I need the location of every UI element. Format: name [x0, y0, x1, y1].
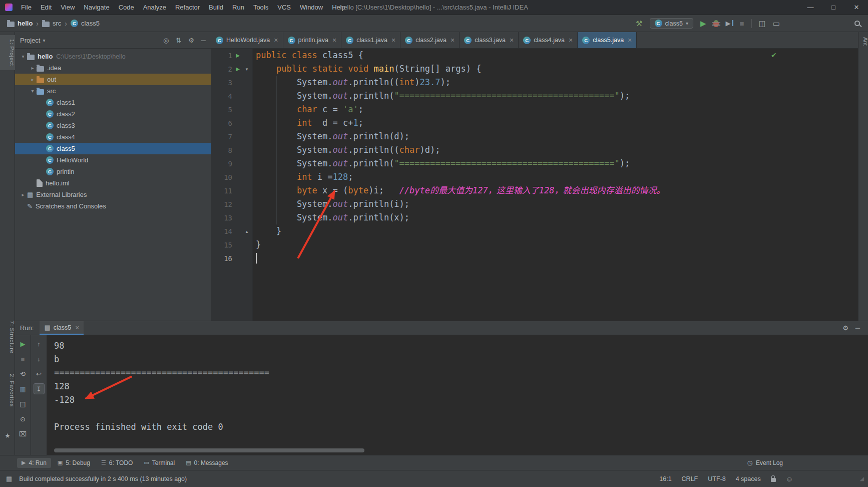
toolwindow-button-structure[interactable]: 7: Structure [0, 321, 15, 353]
code-line-text[interactable]: System.out.println(x); [253, 211, 858, 224]
code-line-text[interactable]: System.out.println("====================… [253, 89, 858, 103]
hector-icon[interactable]: ☺ [786, 475, 793, 483]
tree-arrow-icon[interactable]: ▸ [19, 192, 27, 197]
tab-class1-java[interactable]: Cclass1.java× [341, 32, 400, 48]
down-stack-trace-button[interactable]: ↓ [34, 353, 45, 364]
menu-refactor[interactable]: Refactor [171, 4, 204, 11]
status-message[interactable]: Build completed successfully in 2 s 400 … [19, 475, 187, 482]
rerun-button[interactable]: ▶ [18, 338, 29, 349]
code-line-text[interactable]: public class class5 { [253, 49, 858, 62]
up-stack-trace-button[interactable]: ↑ [34, 338, 45, 349]
tree-item-class5[interactable]: Cclass5 [15, 143, 211, 154]
tree-item-class4[interactable]: Cclass4 [15, 131, 211, 143]
horizontal-scrollbar[interactable] [54, 448, 364, 452]
close-tab-icon[interactable]: × [628, 36, 632, 44]
menu-navigate[interactable]: Navigate [79, 4, 114, 11]
tree-item-class1[interactable]: Cclass1 [15, 97, 211, 108]
run-line-icon[interactable]: ▶ [232, 66, 243, 72]
code-line-text[interactable]: char c = 'a'; [253, 103, 858, 116]
print-button[interactable]: ▤ [18, 398, 29, 409]
run-button[interactable]: ▶ [700, 19, 706, 28]
tree-arrow-icon[interactable]: ▾ [19, 54, 27, 59]
soft-wrap-button[interactable]: ↩ [34, 368, 45, 379]
code-line-text[interactable]: System.out.println(i); [253, 197, 858, 211]
toolwindow-5-debug[interactable]: ▣5: Debug [53, 458, 95, 468]
vcs-icon[interactable]: ◫ [759, 19, 766, 28]
code-line-text[interactable]: System.out.println(d); [253, 130, 858, 143]
toolwindow-0-messages[interactable]: ▤0: Messages [181, 458, 232, 468]
toolwindow-button-ant[interactable]: Ant [858, 37, 868, 46]
code-line-text[interactable]: byte x = (byte)i; //byte的最大值为127，这里输入了12… [253, 184, 858, 197]
code-line-text[interactable]: } [253, 238, 858, 252]
restore-layout-button[interactable]: ⟲ [18, 368, 29, 379]
toolwindow-6-todo[interactable]: ☰6: TODO [97, 458, 137, 468]
tab-helloworld-java[interactable]: CHelloWorld.java× [211, 32, 283, 48]
close-tab-icon[interactable]: × [451, 36, 455, 44]
tab-class5-java[interactable]: Cclass5.java× [578, 32, 637, 48]
tab-class2-java[interactable]: Cclass2.java× [400, 32, 460, 48]
lock-icon[interactable] [771, 478, 776, 482]
tree-item-idea[interactable]: ▸.idea [15, 62, 211, 74]
hide-panel-icon[interactable]: ─ [201, 37, 206, 44]
project-panel-title[interactable]: Project [20, 37, 40, 44]
close-tab-icon[interactable]: × [391, 36, 395, 44]
gear-icon[interactable]: ⚙ [842, 324, 848, 332]
tree-item-scratches-and-consoles[interactable]: ✎Scratches and Consoles [15, 200, 211, 212]
tree-arrow-icon[interactable]: ▸ [29, 77, 37, 82]
stop-button[interactable]: ■ [18, 353, 29, 364]
close-tab-icon[interactable]: × [569, 36, 573, 44]
event-log-button[interactable]: ◷ Event Log [747, 459, 783, 466]
code-line-text[interactable] [253, 252, 858, 265]
tab-class4-java[interactable]: Cclass4.java× [519, 32, 578, 48]
close-tab-icon[interactable]: × [75, 324, 79, 332]
build-hammer-icon[interactable]: ⚒ [636, 19, 642, 28]
menu-code[interactable]: Code [114, 4, 139, 11]
menu-tools[interactable]: Tools [249, 4, 273, 11]
locate-icon[interactable]: ◎ [163, 37, 169, 44]
tree-item-helloworld[interactable]: CHelloWorld [15, 154, 211, 166]
chevron-down-icon[interactable]: ▾ [43, 38, 45, 43]
search-icon[interactable] [854, 21, 860, 26]
tree-arrow-icon[interactable]: ▸ [29, 65, 37, 71]
line-separator[interactable]: CRLF [682, 475, 698, 482]
collapse-all-icon[interactable]: ⇅ [176, 37, 181, 44]
maximize-button[interactable]: □ [822, 0, 845, 15]
minimize-button[interactable]: — [799, 0, 822, 15]
menu-window[interactable]: Window [295, 4, 327, 11]
tree-item-class2[interactable]: Cclass2 [15, 108, 211, 120]
clear-button[interactable]: ⌧ [18, 428, 29, 439]
run-config-selector[interactable]: C class5 ▾ [650, 18, 693, 29]
menu-analyze[interactable]: Analyze [139, 4, 171, 11]
breadcrumb-hello[interactable]: hello [7, 20, 33, 27]
toolwindow-4-run[interactable]: ▶4: Run [17, 458, 51, 468]
scroll-to-end-button[interactable]: ↧ [34, 383, 45, 394]
code-line-text[interactable]: int d = c+1; [253, 116, 858, 130]
breadcrumb-class5[interactable]: Cclass5 [71, 20, 100, 27]
code-line-text[interactable]: System.out.println((char)d); [253, 143, 858, 157]
close-tab-icon[interactable]: × [332, 36, 336, 44]
toolwindow-button-favorites[interactable]: 2: Favorites [0, 374, 15, 407]
tree-item-println[interactable]: Cprintln [15, 166, 211, 177]
breadcrumb-src[interactable]: src [42, 20, 61, 27]
code-editor[interactable]: 1▶public class class5 {2▶▾ public static… [211, 49, 858, 321]
menu-view[interactable]: View [56, 4, 79, 11]
tab-println-java[interactable]: Cprintln.java× [283, 32, 342, 48]
tree-item-external-libraries[interactable]: ▸▤External Libraries [15, 189, 211, 200]
menu-build[interactable]: Build [204, 4, 228, 11]
code-line-text[interactable]: System.out.println("====================… [253, 157, 858, 170]
tree-item-hello[interactable]: ▾helloC:\Users\1\Desktop\hello [15, 51, 211, 62]
run-line-icon[interactable]: ▶ [232, 53, 243, 58]
menu-vcs[interactable]: VCS [273, 4, 295, 11]
tree-item-src[interactable]: ▾src [15, 85, 211, 97]
close-button[interactable]: ✕ [845, 0, 868, 15]
layout-icon[interactable]: ▭ [773, 19, 780, 28]
inspection-status-icon[interactable]: ✔ [771, 51, 777, 59]
tree-item-hello-iml[interactable]: hello.iml [15, 177, 211, 189]
console-output[interactable]: 98b=====================================… [47, 335, 868, 455]
code-line-text[interactable]: public static void main(String[] args) { [253, 62, 858, 76]
code-line-text[interactable]: } [253, 224, 858, 238]
close-tab-icon[interactable]: × [274, 36, 278, 44]
debug-button[interactable] [713, 20, 719, 27]
stop-button[interactable]: ■ [740, 19, 744, 28]
toolwindow-toggle-icon[interactable]: ▦ [6, 475, 12, 482]
